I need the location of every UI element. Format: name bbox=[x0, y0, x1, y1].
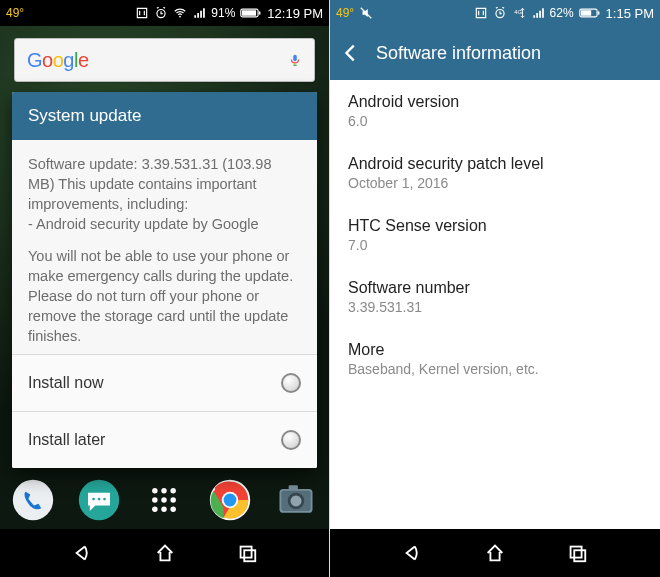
dialog-body-line: Software update: 3.39.531.31 (103.98 MB)… bbox=[28, 154, 301, 214]
status-battery-pct: 91% bbox=[211, 6, 235, 20]
back-icon[interactable] bbox=[402, 542, 424, 564]
phone-app-icon[interactable] bbox=[11, 478, 55, 522]
status-temperature: 49° bbox=[336, 6, 354, 20]
svg-point-13 bbox=[171, 488, 177, 494]
nfc-icon bbox=[135, 6, 149, 20]
radio-icon bbox=[281, 430, 301, 450]
svg-point-27 bbox=[291, 495, 302, 506]
info-value: October 1, 2016 bbox=[348, 175, 642, 191]
svg-line-31 bbox=[361, 8, 372, 19]
apps-grid-icon[interactable] bbox=[142, 478, 186, 522]
svg-rect-28 bbox=[289, 485, 298, 490]
info-item-more[interactable]: More Baseband, Kernel version, etc. bbox=[330, 328, 660, 390]
recents-icon[interactable] bbox=[566, 542, 588, 564]
svg-point-10 bbox=[103, 498, 106, 501]
status-time: 12:19 PM bbox=[267, 6, 323, 21]
svg-rect-5 bbox=[293, 55, 297, 61]
google-search-bar[interactable]: Google bbox=[14, 38, 315, 82]
status-time: 1:15 PM bbox=[606, 6, 654, 21]
microphone-icon[interactable] bbox=[288, 53, 302, 67]
status-bar: 49° 4G 62% 1:15 PM bbox=[330, 0, 660, 26]
svg-point-6 bbox=[13, 480, 53, 520]
radio-icon bbox=[281, 373, 301, 393]
svg-rect-3 bbox=[242, 10, 256, 16]
back-button[interactable] bbox=[340, 42, 362, 64]
dialog-body-warning: You will not be able to use your phone o… bbox=[28, 246, 301, 346]
phone-screenshot-right: 49° 4G 62% 1:15 PM Software information … bbox=[330, 0, 660, 577]
svg-point-15 bbox=[162, 497, 168, 503]
battery-icon bbox=[579, 6, 601, 20]
wifi-icon bbox=[173, 6, 187, 20]
google-logo: Google bbox=[27, 49, 89, 72]
status-battery-pct: 62% bbox=[550, 6, 574, 20]
svg-point-14 bbox=[153, 497, 159, 503]
messages-app-icon[interactable] bbox=[77, 478, 121, 522]
data-icon: 4G bbox=[512, 6, 526, 20]
home-icon[interactable] bbox=[154, 542, 176, 564]
svg-rect-29 bbox=[240, 547, 251, 558]
recents-icon[interactable] bbox=[236, 542, 258, 564]
home-icon[interactable] bbox=[484, 542, 506, 564]
info-item-security-patch[interactable]: Android security patch level October 1, … bbox=[330, 142, 660, 204]
dialog-body: Software update: 3.39.531.31 (103.98 MB)… bbox=[12, 140, 317, 354]
mute-icon bbox=[359, 6, 373, 20]
info-label: Android version bbox=[348, 93, 642, 111]
info-value: 3.39.531.31 bbox=[348, 299, 642, 315]
info-label: Software number bbox=[348, 279, 642, 297]
app-bar: Software information bbox=[330, 26, 660, 80]
svg-rect-38 bbox=[574, 550, 585, 561]
svg-rect-35 bbox=[581, 10, 591, 16]
dialog-body-line: - Android security update by Google bbox=[28, 214, 301, 234]
svg-point-12 bbox=[162, 488, 168, 494]
info-item-software-number[interactable]: Software number 3.39.531.31 bbox=[330, 266, 660, 328]
app-bar-title: Software information bbox=[376, 43, 541, 64]
svg-point-9 bbox=[97, 498, 100, 501]
info-item-android-version[interactable]: Android version 6.0 bbox=[330, 80, 660, 142]
status-bar: 49° 91% 12:19 PM bbox=[0, 0, 329, 26]
nfc-icon bbox=[474, 6, 488, 20]
dock bbox=[0, 471, 329, 529]
svg-rect-4 bbox=[259, 11, 261, 14]
battery-icon bbox=[240, 6, 262, 20]
info-label: Android security patch level bbox=[348, 155, 642, 173]
svg-point-18 bbox=[162, 506, 168, 512]
svg-point-19 bbox=[171, 506, 177, 512]
svg-point-23 bbox=[224, 494, 237, 507]
navigation-bar bbox=[0, 529, 329, 577]
info-item-sense-version[interactable]: HTC Sense version 7.0 bbox=[330, 204, 660, 266]
svg-rect-30 bbox=[244, 550, 255, 561]
svg-rect-37 bbox=[571, 547, 582, 558]
navigation-bar bbox=[330, 529, 660, 577]
chrome-app-icon[interactable] bbox=[208, 478, 252, 522]
info-value: 7.0 bbox=[348, 237, 642, 253]
back-icon[interactable] bbox=[72, 542, 94, 564]
option-label: Install now bbox=[28, 374, 104, 392]
svg-point-16 bbox=[171, 497, 177, 503]
svg-point-1 bbox=[179, 16, 181, 18]
dialog-title: System update bbox=[12, 92, 317, 140]
software-info-list: Android version 6.0 Android security pat… bbox=[330, 80, 660, 577]
camera-app-icon[interactable] bbox=[274, 478, 318, 522]
info-label: More bbox=[348, 341, 642, 359]
info-value: 6.0 bbox=[348, 113, 642, 129]
signal-icon bbox=[192, 6, 206, 20]
phone-screenshot-left: 49° 91% 12:19 PM Google K-9 Mail QuickPi… bbox=[0, 0, 330, 577]
svg-point-17 bbox=[153, 506, 159, 512]
status-temperature: 49° bbox=[6, 6, 24, 20]
alarm-icon bbox=[493, 6, 507, 20]
info-label: HTC Sense version bbox=[348, 217, 642, 235]
alarm-icon bbox=[154, 6, 168, 20]
install-later-option[interactable]: Install later bbox=[12, 411, 317, 468]
info-value: Baseband, Kernel version, etc. bbox=[348, 361, 642, 377]
option-label: Install later bbox=[28, 431, 105, 449]
install-now-option[interactable]: Install now bbox=[12, 354, 317, 411]
svg-point-11 bbox=[153, 488, 159, 494]
svg-rect-36 bbox=[597, 11, 599, 14]
system-update-dialog: System update Software update: 3.39.531.… bbox=[12, 92, 317, 468]
svg-point-8 bbox=[92, 498, 95, 501]
signal-icon bbox=[531, 6, 545, 20]
